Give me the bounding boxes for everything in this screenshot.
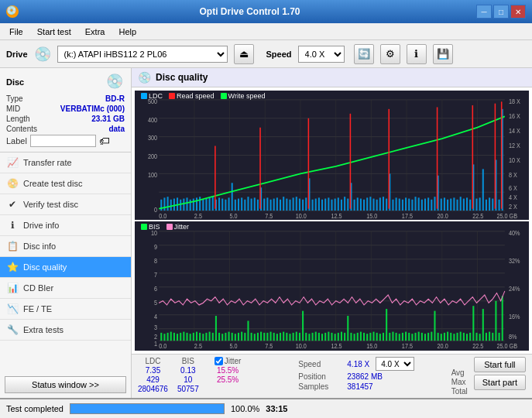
sidebar-item-drive-info[interactable]: ℹ Drive info (0, 215, 131, 236)
svg-rect-198 (225, 333, 226, 341)
chart1-svg: 500 400 300 200 100 0 18 X 16 X 14 X 12 … (135, 91, 529, 220)
svg-rect-59 (296, 197, 297, 211)
sidebar-item-fe-te[interactable]: 📉 FE / TE (0, 299, 131, 320)
sidebar-item-cd-bier[interactable]: 📊 CD BIer (0, 278, 131, 299)
svg-text:8 X: 8 X (509, 172, 518, 180)
svg-rect-120 (492, 199, 493, 211)
speed-select-drive[interactable]: 4.0 X (298, 46, 345, 63)
svg-rect-90 (396, 197, 397, 211)
label-icon[interactable]: 🏷 (99, 135, 110, 147)
sidebar-item-create-test-disc[interactable]: 📀 Create test disc (0, 173, 131, 194)
stats-section: LDC 7.35 429 2804676 BIS 0.13 10 50757 J (132, 354, 532, 398)
maximize-button[interactable]: □ (493, 5, 509, 19)
sidebar-item-extra-tests[interactable]: 🔧 Extra tests (0, 320, 131, 341)
svg-rect-282 (495, 301, 496, 341)
svg-text:8: 8 (154, 257, 157, 265)
svg-rect-92 (402, 200, 403, 211)
svg-rect-212 (270, 332, 272, 341)
svg-rect-250 (392, 332, 393, 341)
start-full-button[interactable]: Start full (474, 357, 526, 372)
sidebar-item-disc-quality[interactable]: ⭐ Disc quality (0, 257, 131, 278)
svg-rect-196 (218, 333, 220, 341)
svg-text:2 X: 2 X (509, 203, 518, 211)
svg-text:25.0 GB: 25.0 GB (496, 212, 517, 220)
verify-disc-icon: ✔ (6, 198, 19, 211)
menu-file[interactable]: File (3, 26, 29, 38)
position-label: Position (298, 372, 341, 381)
minimize-button[interactable]: ─ (476, 5, 492, 19)
svg-rect-194 (212, 333, 214, 341)
svg-rect-221 (299, 333, 300, 341)
svg-text:400: 400 (148, 116, 158, 124)
cd-bier-label: CD BIer (23, 283, 53, 293)
jitter-checkbox[interactable] (215, 357, 223, 365)
length-value: 23.31 GB (91, 115, 125, 123)
svg-rect-94 (408, 199, 410, 211)
svg-rect-112 (466, 197, 468, 211)
transfer-rate-label: Transfer rate (23, 158, 72, 167)
svg-text:0.0: 0.0 (159, 212, 167, 220)
svg-text:5.0: 5.0 (230, 212, 239, 220)
window-controls: ─ □ ✕ (476, 5, 526, 19)
dq-icon: 💿 (138, 71, 151, 84)
svg-rect-231 (331, 333, 332, 341)
disc-info-panel: Disc 💿 Type BD-R MID VERBATIMc (000) Len… (0, 68, 131, 152)
svg-rect-195 (215, 316, 217, 341)
sidebar-item-disc-info[interactable]: 📋 Disc info (0, 236, 131, 257)
label-input[interactable] (30, 135, 96, 147)
speed-section: Speed 4.18 X 4.0 X Position 23862 MB Sam… (290, 357, 451, 391)
menu-help[interactable]: Help (112, 26, 142, 38)
svg-rect-193 (209, 332, 211, 341)
disc-quality-icon: ⭐ (6, 261, 19, 273)
disc-panel-icon: 💿 (106, 73, 125, 91)
svg-text:4: 4 (154, 313, 157, 320)
svg-rect-26 (190, 200, 191, 211)
svg-rect-113 (469, 200, 471, 211)
svg-rect-20 (170, 200, 172, 211)
svg-rect-283 (499, 333, 500, 341)
drive-info-icon: ℹ (6, 219, 19, 231)
svg-rect-268 (450, 333, 451, 341)
svg-rect-40 (235, 200, 236, 211)
legend-bis: BIS (141, 223, 160, 231)
svg-rect-75 (347, 199, 348, 211)
status-window-button[interactable]: Status window >> (5, 376, 126, 393)
svg-text:5: 5 (154, 299, 157, 307)
save-button[interactable]: 💾 (433, 44, 453, 64)
samples-row: Samples 381457 (298, 382, 451, 391)
svg-rect-81 (366, 197, 368, 211)
speed-label: Speed (298, 360, 341, 368)
svg-rect-208 (257, 333, 259, 341)
menu-start-test[interactable]: Start test (31, 26, 77, 38)
sidebar-item-transfer-rate[interactable]: 📈 Transfer rate (0, 152, 131, 173)
svg-rect-96 (414, 197, 416, 211)
speed-row: Speed 4.18 X 4.0 X (298, 357, 451, 371)
svg-text:5.0: 5.0 (230, 343, 238, 351)
svg-text:6 X: 6 X (509, 184, 518, 192)
svg-rect-278 (482, 309, 484, 341)
eject-button[interactable]: ⏏ (234, 44, 254, 64)
svg-rect-182 (173, 333, 175, 341)
refresh-button[interactable]: 🔄 (354, 44, 374, 64)
svg-rect-276 (475, 333, 477, 341)
svg-rect-45 (251, 199, 252, 211)
start-part-button[interactable]: Start part (474, 375, 526, 390)
info-button[interactable]: ℹ (407, 44, 427, 64)
menu-extra[interactable]: Extra (79, 26, 112, 38)
sidebar-item-verify-test-disc[interactable]: ✔ Verify test disc (0, 194, 131, 215)
svg-rect-226 (315, 332, 317, 341)
svg-rect-248 (386, 309, 387, 341)
svg-rect-183 (177, 334, 178, 341)
svg-rect-71 (335, 199, 336, 211)
settings-button[interactable]: ⚙ (380, 44, 400, 64)
svg-rect-184 (180, 333, 181, 341)
svg-rect-201 (235, 334, 236, 341)
dq-title: Disc quality (156, 72, 208, 83)
close-button[interactable]: ✕ (510, 5, 526, 19)
speed-select-chart[interactable]: 4.0 X (376, 357, 414, 371)
svg-text:2.5: 2.5 (194, 212, 203, 220)
drive-select[interactable]: (k:) ATAPI iHBS112 2 PL06 (57, 46, 228, 63)
svg-text:100: 100 (148, 172, 158, 180)
chart-ldc: LDC Read speed Write speed (135, 91, 529, 220)
svg-rect-187 (190, 334, 191, 341)
